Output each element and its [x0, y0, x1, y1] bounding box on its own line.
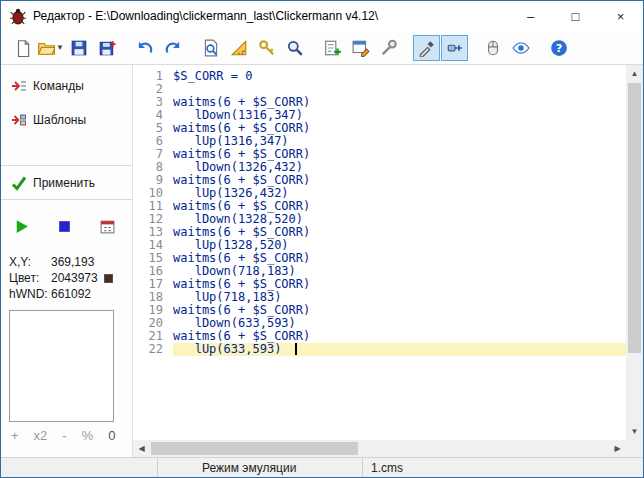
stat-hwnd-label: hWND: — [9, 286, 51, 302]
sidebar-item-templates[interactable]: Шаблоны — [1, 109, 132, 131]
pointer-stats: X,Y:369,193 Цвет:2043973 hWND:661092 — [1, 254, 132, 302]
color-swatch — [104, 274, 113, 283]
run-controls — [1, 200, 132, 238]
status-section-mode: Режим эмуляции — [157, 458, 362, 477]
schedule-button[interactable] — [99, 218, 116, 235]
line-number: 22 — [133, 343, 173, 356]
save-as-button[interactable] — [93, 35, 120, 61]
commands-label: Команды — [33, 79, 84, 93]
plug-icon — [446, 39, 464, 57]
ruler-icon — [230, 39, 248, 57]
close-button[interactable]: × — [598, 1, 643, 31]
horizontal-scrollbar[interactable]: ◀ ▶ — [133, 440, 626, 457]
mouse-icon — [484, 39, 502, 57]
open-file-button[interactable]: ▼ — [37, 35, 64, 61]
line-number: 4 — [133, 109, 173, 122]
redo-button[interactable] — [159, 35, 186, 61]
help-button[interactable]: ? — [545, 35, 572, 61]
zoom-scale-label: x2 — [34, 428, 48, 443]
line-number: 5 — [133, 122, 173, 135]
stat-xy: X,Y:369,193 — [9, 254, 132, 270]
ruler-button[interactable] — [225, 35, 252, 61]
keys-icon — [258, 39, 276, 57]
apply-section: Применить — [1, 165, 132, 200]
magnifier-icon — [286, 39, 304, 57]
stat-color-value: 2043973 — [51, 271, 98, 285]
window: Редактор - E:\Downloading\clickermann_la… — [0, 0, 644, 478]
redo-icon — [164, 39, 182, 57]
line-number: 6 — [133, 135, 173, 148]
stat-color: Цвет:2043973 — [9, 270, 132, 286]
preview-box — [9, 310, 114, 422]
chevron-down-icon[interactable]: ▼ — [56, 43, 64, 52]
vertical-scrollbar[interactable]: ▲ ▼ — [626, 65, 643, 440]
stop-icon — [56, 218, 73, 235]
zoom-out-button[interactable]: - — [62, 428, 66, 443]
tools-button[interactable] — [375, 35, 402, 61]
line-number: 1 — [133, 70, 173, 83]
apply-button[interactable]: Применить — [1, 166, 132, 199]
zoom-value: 0 — [108, 428, 115, 443]
new-file-button[interactable] — [9, 35, 36, 61]
percent-label: % — [82, 428, 94, 443]
stop-button[interactable] — [56, 218, 73, 235]
doc-icon — [14, 39, 32, 57]
line-code: lUp(633,593) — [173, 343, 626, 356]
stat-xy-label: X,Y: — [9, 254, 51, 270]
floppy-icon — [70, 39, 88, 57]
status-section-empty — [1, 458, 157, 477]
line-number: 2 — [133, 83, 173, 96]
stat-color-label: Цвет: — [9, 270, 51, 286]
editor-line[interactable]: 1$S_CORR = 0 — [133, 70, 626, 83]
code-editor[interactable]: 1$S_CORR = 023waitms(6 + $S_CORR)4 lDown… — [132, 65, 643, 457]
edit-script-button[interactable] — [347, 35, 374, 61]
templates-label: Шаблоны — [33, 113, 86, 127]
help-icon: ? — [550, 39, 568, 57]
line-number: 8 — [133, 161, 173, 174]
color-picker-button[interactable] — [413, 35, 440, 61]
editor-lines: 1$S_CORR = 023waitms(6 + $S_CORR)4 lDown… — [133, 65, 626, 440]
vertical-scroll-thumb[interactable] — [628, 83, 641, 353]
zoom-in-button[interactable]: + — [11, 428, 19, 443]
pipette-icon — [418, 39, 436, 57]
minimize-button[interactable]: – — [508, 1, 553, 31]
add-command-button[interactable] — [319, 35, 346, 61]
scroll-up-arrow-icon[interactable]: ▲ — [626, 65, 643, 82]
line-code: $S_CORR = 0 — [173, 70, 626, 83]
view-button[interactable] — [507, 35, 534, 61]
undo-icon — [136, 39, 154, 57]
app-logo-icon — [9, 7, 27, 25]
undo-button[interactable] — [131, 35, 158, 61]
scroll-down-arrow-icon[interactable]: ▼ — [626, 423, 643, 440]
sidebar-item-commands[interactable]: Команды — [1, 75, 132, 97]
apply-label: Применить — [33, 176, 95, 190]
line-number: 3 — [133, 96, 173, 109]
status-bar: Режим эмуляции 1.cms — [1, 457, 643, 477]
eye-icon — [512, 39, 530, 57]
templates-icon — [11, 112, 27, 128]
stat-hwnd: hWND:661092 — [9, 286, 132, 302]
commands-icon — [11, 78, 27, 94]
status-mode: Режим эмуляции — [202, 461, 296, 475]
scroll-left-arrow-icon[interactable]: ◀ — [133, 440, 150, 457]
play-button[interactable] — [13, 218, 30, 235]
stat-hwnd-value: 661092 — [51, 287, 91, 301]
window-probe-button[interactable] — [441, 35, 468, 61]
script-icon — [352, 39, 370, 57]
scroll-right-arrow-icon[interactable]: ▶ — [609, 440, 626, 457]
mouse-recorder-button[interactable] — [479, 35, 506, 61]
floppy-plus-icon — [98, 39, 116, 57]
save-button[interactable] — [65, 35, 92, 61]
magnifier-button[interactable] — [281, 35, 308, 61]
check-icon — [11, 175, 27, 191]
toolbar: ▼? — [1, 31, 643, 65]
status-filename: 1.cms — [371, 461, 403, 475]
hotkeys-button[interactable] — [253, 35, 280, 61]
text-caret — [295, 343, 297, 355]
horizontal-scroll-thumb[interactable] — [151, 442, 358, 455]
svg-text:?: ? — [555, 42, 562, 55]
editor-line[interactable]: 22 lUp(633,593) — [133, 343, 626, 356]
folder-icon — [37, 39, 55, 57]
find-image-button[interactable] — [197, 35, 224, 61]
maximize-button[interactable]: □ — [553, 1, 598, 31]
